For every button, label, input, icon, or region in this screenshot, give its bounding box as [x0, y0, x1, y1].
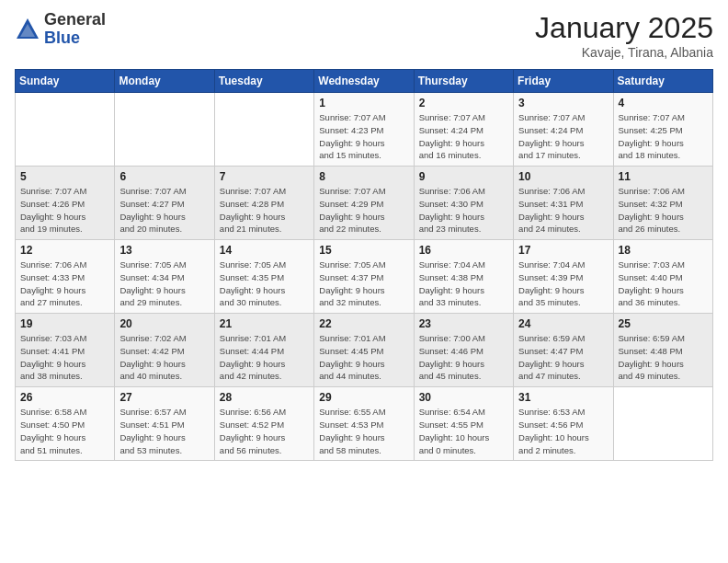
day-number: 24 — [518, 317, 608, 330]
day-number: 26 — [20, 391, 109, 404]
day-info: Sunrise: 7:01 AM Sunset: 4:45 PM Dayligh… — [319, 332, 408, 383]
title-block: January 2025 Kavaje, Tirana, Albania — [535, 11, 713, 60]
day-info: Sunrise: 6:57 AM Sunset: 4:51 PM Dayligh… — [119, 406, 209, 456]
calendar-week: 19Sunrise: 7:03 AM Sunset: 4:41 PM Dayli… — [16, 314, 713, 387]
calendar-cell: 6Sunrise: 7:07 AM Sunset: 4:27 PM Daylig… — [115, 167, 214, 240]
calendar-cell: 14Sunrise: 7:05 AM Sunset: 4:35 PM Dayli… — [214, 240, 313, 314]
day-number: 16 — [419, 244, 508, 257]
calendar-cell: 23Sunrise: 7:00 AM Sunset: 4:46 PM Dayli… — [414, 314, 513, 387]
calendar-cell: 9Sunrise: 7:06 AM Sunset: 4:30 PM Daylig… — [414, 167, 513, 240]
month-title: January 2025 — [535, 11, 713, 45]
day-number: 15 — [319, 244, 408, 257]
weekday-header: Sunday — [16, 70, 115, 93]
calendar-cell: 7Sunrise: 7:07 AM Sunset: 4:28 PM Daylig… — [214, 167, 313, 240]
calendar-cell: 29Sunrise: 6:55 AM Sunset: 4:53 PM Dayli… — [314, 387, 414, 461]
day-info: Sunrise: 7:07 AM Sunset: 4:28 PM Dayligh… — [220, 185, 309, 236]
weekday-header: Thursday — [414, 70, 513, 93]
day-number: 30 — [419, 391, 508, 404]
day-info: Sunrise: 7:06 AM Sunset: 4:30 PM Dayligh… — [419, 185, 508, 236]
day-number: 19 — [20, 317, 109, 330]
day-info: Sunrise: 7:04 AM Sunset: 4:39 PM Dayligh… — [518, 259, 608, 309]
calendar-cell: 11Sunrise: 7:06 AM Sunset: 4:32 PM Dayli… — [613, 167, 712, 240]
day-number: 13 — [119, 244, 209, 257]
day-number: 3 — [518, 97, 608, 109]
calendar-cell: 5Sunrise: 7:07 AM Sunset: 4:26 PM Daylig… — [16, 167, 115, 240]
location: Kavaje, Tirana, Albania — [535, 45, 713, 60]
weekday-header: Tuesday — [214, 70, 313, 93]
calendar-cell: 18Sunrise: 7:03 AM Sunset: 4:40 PM Dayli… — [613, 240, 712, 314]
calendar-cell: 13Sunrise: 7:05 AM Sunset: 4:34 PM Dayli… — [115, 240, 214, 314]
logo: General Blue — [15, 11, 106, 48]
calendar-week: 1Sunrise: 7:07 AM Sunset: 4:23 PM Daylig… — [16, 93, 713, 167]
logo-text: General Blue — [44, 11, 106, 48]
day-info: Sunrise: 6:53 AM Sunset: 4:56 PM Dayligh… — [518, 406, 608, 456]
day-info: Sunrise: 6:55 AM Sunset: 4:53 PM Dayligh… — [319, 406, 408, 456]
day-info: Sunrise: 7:07 AM Sunset: 4:23 PM Dayligh… — [319, 111, 408, 162]
day-info: Sunrise: 7:06 AM Sunset: 4:31 PM Dayligh… — [518, 185, 608, 236]
day-number: 6 — [119, 170, 209, 183]
calendar-cell: 4Sunrise: 7:07 AM Sunset: 4:25 PM Daylig… — [613, 93, 712, 167]
day-info: Sunrise: 6:58 AM Sunset: 4:50 PM Dayligh… — [20, 406, 109, 456]
day-info: Sunrise: 7:07 AM Sunset: 4:24 PM Dayligh… — [419, 111, 508, 162]
day-info: Sunrise: 7:07 AM Sunset: 4:24 PM Dayligh… — [518, 111, 608, 162]
calendar-cell — [613, 387, 712, 461]
day-number: 18 — [619, 244, 708, 257]
day-info: Sunrise: 7:07 AM Sunset: 4:25 PM Dayligh… — [619, 111, 708, 162]
calendar-cell: 26Sunrise: 6:58 AM Sunset: 4:50 PM Dayli… — [16, 387, 115, 461]
calendar-cell: 21Sunrise: 7:01 AM Sunset: 4:44 PM Dayli… — [214, 314, 313, 387]
day-number: 4 — [619, 97, 708, 109]
calendar-cell: 12Sunrise: 7:06 AM Sunset: 4:33 PM Dayli… — [16, 240, 115, 314]
calendar-cell: 15Sunrise: 7:05 AM Sunset: 4:37 PM Dayli… — [314, 240, 414, 314]
day-number: 28 — [220, 391, 309, 404]
logo-blue: Blue — [44, 29, 106, 48]
page: General Blue January 2025 Kavaje, Tirana… — [0, 0, 728, 563]
day-number: 5 — [20, 170, 109, 183]
logo-general: General — [44, 11, 106, 29]
day-info: Sunrise: 7:00 AM Sunset: 4:46 PM Dayligh… — [419, 332, 508, 383]
day-info: Sunrise: 7:07 AM Sunset: 4:29 PM Dayligh… — [319, 185, 408, 236]
day-info: Sunrise: 7:03 AM Sunset: 4:41 PM Dayligh… — [20, 332, 109, 383]
calendar-cell: 30Sunrise: 6:54 AM Sunset: 4:55 PM Dayli… — [414, 387, 513, 461]
day-info: Sunrise: 7:07 AM Sunset: 4:26 PM Dayligh… — [20, 185, 109, 236]
day-info: Sunrise: 6:54 AM Sunset: 4:55 PM Dayligh… — [419, 406, 508, 456]
calendar-cell: 17Sunrise: 7:04 AM Sunset: 4:39 PM Dayli… — [514, 240, 613, 314]
calendar-cell: 19Sunrise: 7:03 AM Sunset: 4:41 PM Dayli… — [16, 314, 115, 387]
weekday-header: Friday — [514, 70, 613, 93]
weekday-header: Saturday — [613, 70, 712, 93]
day-number: 8 — [319, 170, 408, 183]
day-info: Sunrise: 7:02 AM Sunset: 4:42 PM Dayligh… — [119, 332, 209, 383]
day-info: Sunrise: 7:06 AM Sunset: 4:33 PM Dayligh… — [20, 259, 109, 309]
day-info: Sunrise: 7:04 AM Sunset: 4:38 PM Dayligh… — [419, 259, 508, 309]
day-number: 14 — [220, 244, 309, 257]
calendar: SundayMondayTuesdayWednesdayThursdayFrid… — [15, 69, 713, 461]
calendar-cell: 8Sunrise: 7:07 AM Sunset: 4:29 PM Daylig… — [314, 167, 414, 240]
day-info: Sunrise: 7:06 AM Sunset: 4:32 PM Dayligh… — [619, 185, 708, 236]
calendar-cell: 20Sunrise: 7:02 AM Sunset: 4:42 PM Dayli… — [115, 314, 214, 387]
day-number: 27 — [119, 391, 209, 404]
calendar-cell: 1Sunrise: 7:07 AM Sunset: 4:23 PM Daylig… — [314, 93, 414, 167]
day-number: 21 — [220, 317, 309, 330]
day-number: 22 — [319, 317, 408, 330]
calendar-week: 5Sunrise: 7:07 AM Sunset: 4:26 PM Daylig… — [16, 167, 713, 240]
calendar-cell: 16Sunrise: 7:04 AM Sunset: 4:38 PM Dayli… — [414, 240, 513, 314]
day-info: Sunrise: 7:07 AM Sunset: 4:27 PM Dayligh… — [119, 185, 209, 236]
calendar-cell — [16, 93, 115, 167]
day-info: Sunrise: 7:03 AM Sunset: 4:40 PM Dayligh… — [619, 259, 708, 309]
day-number: 1 — [319, 97, 408, 109]
calendar-cell: 10Sunrise: 7:06 AM Sunset: 4:31 PM Dayli… — [514, 167, 613, 240]
day-number: 11 — [619, 170, 708, 183]
day-info: Sunrise: 7:05 AM Sunset: 4:34 PM Dayligh… — [119, 259, 209, 309]
weekday-header: Wednesday — [314, 70, 414, 93]
calendar-cell: 22Sunrise: 7:01 AM Sunset: 4:45 PM Dayli… — [314, 314, 414, 387]
calendar-cell: 31Sunrise: 6:53 AM Sunset: 4:56 PM Dayli… — [514, 387, 613, 461]
day-number: 23 — [419, 317, 508, 330]
calendar-week: 26Sunrise: 6:58 AM Sunset: 4:50 PM Dayli… — [16, 387, 713, 461]
day-number: 9 — [419, 170, 508, 183]
calendar-cell — [115, 93, 214, 167]
calendar-cell: 2Sunrise: 7:07 AM Sunset: 4:24 PM Daylig… — [414, 93, 513, 167]
calendar-cell: 28Sunrise: 6:56 AM Sunset: 4:52 PM Dayli… — [214, 387, 313, 461]
day-number: 7 — [220, 170, 309, 183]
day-info: Sunrise: 6:56 AM Sunset: 4:52 PM Dayligh… — [220, 406, 309, 456]
weekday-row: SundayMondayTuesdayWednesdayThursdayFrid… — [16, 70, 713, 93]
day-number: 20 — [119, 317, 209, 330]
